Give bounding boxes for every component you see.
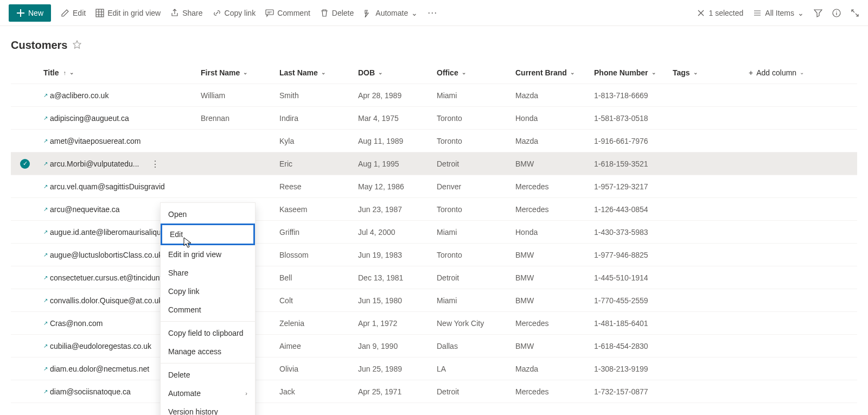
table-row[interactable]: ↗adipiscing@augueut.ca Brennan Indira Ma… xyxy=(11,107,857,130)
comment-button[interactable]: Comment xyxy=(265,9,310,17)
ctx-edit[interactable]: Edit xyxy=(161,224,255,245)
shared-icon: ↗ xyxy=(43,343,48,349)
table-row[interactable]: ↗amet@vitaeposuereat.com Kyla Aug 11, 19… xyxy=(11,130,857,152)
cell-dob: Jun 25, 1989 xyxy=(358,365,437,373)
close-icon xyxy=(697,9,705,17)
cell-phone: 1-916-661-7976 xyxy=(594,137,673,145)
cell-brand: Honda xyxy=(515,114,594,123)
shared-icon: ↗ xyxy=(43,115,48,121)
column-first-name[interactable]: First Name⌄ xyxy=(201,68,279,77)
link-icon xyxy=(213,9,221,17)
column-office[interactable]: Office⌄ xyxy=(437,68,515,77)
favorite-button[interactable] xyxy=(73,40,81,50)
column-title[interactable]: Title↑⌄ xyxy=(43,68,201,77)
plus-icon xyxy=(16,9,25,17)
ctx-version-history[interactable]: Version history xyxy=(161,403,255,415)
delete-button[interactable]: Delete xyxy=(320,9,354,17)
column-last-name[interactable]: Last Name⌄ xyxy=(279,68,358,77)
ctx-copy-field[interactable]: Copy field to clipboard xyxy=(161,324,255,342)
column-brand[interactable]: Current Brand⌄ xyxy=(515,68,594,77)
cell-dob: May 12, 1986 xyxy=(358,182,437,191)
cell-last-name: Aimee xyxy=(279,342,358,350)
star-icon xyxy=(73,40,81,49)
chevron-down-icon: ⌄ xyxy=(800,69,804,75)
table-row[interactable]: ↗diam@sociisnatoque.ca Jack Apr 25, 1971… xyxy=(11,380,857,403)
cell-title[interactable]: ↗amet@vitaeposuereat.com xyxy=(43,137,201,145)
ctx-share[interactable]: Share xyxy=(161,264,255,282)
cell-phone: 1-813-718-6669 xyxy=(594,91,673,100)
cell-brand: BMW xyxy=(515,342,594,350)
more-commands-button[interactable]: ··· xyxy=(427,7,437,18)
table-row[interactable]: ↗cubilia@eudoloregestas.co.uk Aimee Jan … xyxy=(11,335,857,357)
new-button[interactable]: New xyxy=(9,4,51,22)
shared-icon: ↗ xyxy=(43,206,48,212)
edit-button[interactable]: Edit xyxy=(61,9,86,17)
cell-title[interactable]: ↗arcu.vel.quam@sagittisDuisgravid xyxy=(43,182,201,191)
cell-last-name: Smith xyxy=(279,91,358,100)
table-row[interactable]: ✓ ↗arcu.Morbi@vulputatedu...⋮ Eric Aug 1… xyxy=(11,152,857,175)
comment-icon xyxy=(265,9,274,17)
column-tags[interactable]: Tags⌄ xyxy=(673,68,749,77)
cell-dob: Jun 23, 1987 xyxy=(358,205,437,214)
cell-first-name: Brennan xyxy=(201,114,279,123)
checkmark-icon[interactable]: ✓ xyxy=(20,159,30,169)
list-header: Customers xyxy=(0,26,868,61)
expand-icon[interactable] xyxy=(851,9,859,17)
cell-brand: BMW xyxy=(515,251,594,259)
info-icon[interactable] xyxy=(832,9,841,17)
edit-grid-button[interactable]: Edit in grid view xyxy=(95,9,161,17)
cell-phone: 1-732-157-0877 xyxy=(594,387,673,396)
ctx-open[interactable]: Open xyxy=(161,205,255,224)
list-table: Title↑⌄ First Name⌄ Last Name⌄ DOB⌄ Offi… xyxy=(0,61,868,403)
column-phone[interactable]: Phone Number⌄ xyxy=(594,68,673,77)
cell-brand: Honda xyxy=(515,228,594,237)
shared-icon: ↗ xyxy=(43,297,48,303)
cell-dob: Jun 15, 1980 xyxy=(358,296,437,305)
cell-office: Miami xyxy=(437,91,515,100)
copy-link-button[interactable]: Copy link xyxy=(213,9,256,17)
cell-office: Denver xyxy=(437,182,515,191)
cell-brand: Mazda xyxy=(515,365,594,373)
share-button[interactable]: Share xyxy=(170,9,202,17)
shared-icon: ↗ xyxy=(43,183,48,189)
column-dob[interactable]: DOB⌄ xyxy=(358,68,437,77)
chevron-down-icon: ⌄ xyxy=(69,69,74,75)
shared-icon: ↗ xyxy=(43,320,48,326)
table-row[interactable]: ↗arcu.vel.quam@sagittisDuisgravid Reese … xyxy=(11,175,857,198)
ctx-edit-grid[interactable]: Edit in grid view xyxy=(161,245,255,264)
cell-office: Detroit xyxy=(437,159,515,168)
table-row[interactable]: ↗Cras@non.com Zelenia Apr 1, 1972 New Yo… xyxy=(11,312,857,335)
cell-last-name: Blossom xyxy=(279,251,358,259)
chevron-down-icon: ⌄ xyxy=(243,69,247,75)
cell-title[interactable]: ↗arcu.Morbi@vulputatedu...⋮ xyxy=(43,159,201,168)
ctx-copy-link[interactable]: Copy link xyxy=(161,282,255,301)
ctx-automate[interactable]: Automate› xyxy=(161,384,255,403)
table-row[interactable]: ↗augue@luctuslobortisClass.co.uk Blossom… xyxy=(11,244,857,266)
cell-dob: Aug 1, 1995 xyxy=(358,159,437,168)
automate-button[interactable]: Automate ⌄ xyxy=(363,9,418,17)
clear-selection-button[interactable]: 1 selected xyxy=(697,9,743,17)
ctx-manage-access[interactable]: Manage access xyxy=(161,342,255,361)
table-row[interactable]: ↗consectetuer.cursus.et@tinciduntl Bell … xyxy=(11,266,857,289)
table-row[interactable]: ↗arcu@nequevitae.ca Kaseem Jun 23, 1987 … xyxy=(11,198,857,221)
row-more-button[interactable]: ⋮ xyxy=(151,158,160,169)
divider xyxy=(161,321,255,322)
cell-dob: Mar 4, 1975 xyxy=(358,114,437,123)
table-row[interactable]: ↗augue.id.ante@liberomaurisaliqua Griffi… xyxy=(11,221,857,244)
cell-dob: Dec 13, 1981 xyxy=(358,273,437,282)
ctx-delete[interactable]: Delete xyxy=(161,366,255,384)
table-row[interactable]: ↗convallis.dolor.Quisque@at.co.uk Colt J… xyxy=(11,289,857,312)
cell-title[interactable]: ↗a@aclibero.co.uk xyxy=(43,91,201,100)
chevron-right-icon: › xyxy=(245,390,247,397)
ctx-comment[interactable]: Comment xyxy=(161,301,255,319)
view-selector[interactable]: All Items ⌄ xyxy=(753,9,804,17)
shared-icon: ↗ xyxy=(43,252,48,258)
cell-last-name: Kaseem xyxy=(279,205,358,214)
filter-icon[interactable] xyxy=(814,9,822,17)
chevron-down-icon: ⌄ xyxy=(797,9,804,17)
cell-office: Toronto xyxy=(437,251,515,259)
table-row[interactable]: ↗a@aclibero.co.uk William Smith Apr 28, … xyxy=(11,84,857,107)
add-column-button[interactable]: +Add column⌄ xyxy=(749,68,835,77)
table-row[interactable]: ↗diam.eu.dolor@necmetus.net Olivia Jun 2… xyxy=(11,357,857,380)
cell-title[interactable]: ↗adipiscing@augueut.ca xyxy=(43,114,201,123)
